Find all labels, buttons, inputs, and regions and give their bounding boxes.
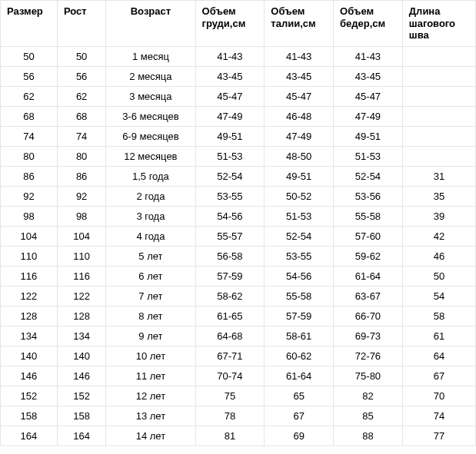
table-cell: 80 (57, 146, 105, 166)
table-row: 1221227 лет58-6255-5863-6754 (1, 286, 476, 306)
table-cell: 51-53 (195, 146, 265, 166)
table-header-row: Размер Рост Возраст Объем груди,см Объем… (1, 1, 476, 47)
table-cell: 55-57 (195, 226, 265, 246)
table-row: 68683-6 месяцев47-4946-4847-49 (1, 106, 476, 126)
table-cell: 85 (334, 406, 403, 426)
table-cell: 58 (402, 306, 475, 326)
table-cell: 61-64 (334, 266, 403, 286)
table-cell (402, 46, 475, 66)
table-cell: 10 лет (106, 346, 195, 366)
table-cell: 58-61 (265, 326, 334, 346)
table-cell: 7 лет (106, 286, 195, 306)
col-header-inseam: Длина шагового шва (402, 1, 475, 47)
table-cell: 92 (57, 186, 105, 206)
table-cell: 67 (402, 366, 475, 386)
table-cell: 6-9 месяцев (106, 126, 195, 146)
table-cell: 65 (265, 386, 334, 406)
table-cell: 31 (402, 166, 475, 186)
table-cell: 122 (1, 286, 58, 306)
table-cell: 75 (195, 386, 265, 406)
table-cell: 56 (1, 66, 58, 86)
table-row: 62623 месяца45-4745-4745-47 (1, 86, 476, 106)
table-cell: 50 (402, 266, 475, 286)
table-row: 1341349 лет64-6858-6169-7361 (1, 326, 476, 346)
col-header-chest: Объем груди,см (195, 1, 265, 47)
table-cell: 55-58 (334, 206, 403, 226)
table-cell: 68 (1, 106, 58, 126)
table-cell: 59-62 (334, 246, 403, 266)
table-cell: 43-45 (334, 66, 403, 86)
table-cell: 86 (57, 166, 105, 186)
table-cell: 50 (57, 46, 105, 66)
table-cell: 49-51 (334, 126, 403, 146)
table-cell: 88 (334, 426, 403, 446)
table-cell: 92 (1, 186, 58, 206)
table-cell: 43-45 (265, 66, 334, 86)
table-cell: 1 месяц (106, 46, 195, 66)
table-cell: 48-50 (265, 146, 334, 166)
table-cell: 9 лет (106, 326, 195, 346)
table-cell: 158 (1, 406, 58, 426)
table-row: 98983 года54-5651-5355-5839 (1, 206, 476, 226)
table-cell: 128 (57, 306, 105, 326)
table-cell: 12 месяцев (106, 146, 195, 166)
table-row: 16416414 лет81698877 (1, 426, 476, 446)
table-body: 50501 месяц41-4341-4341-4356562 месяца43… (1, 46, 476, 446)
table-cell: 52-54 (334, 166, 403, 186)
table-cell: 74 (57, 126, 105, 146)
table-cell: 41-43 (265, 46, 334, 66)
table-cell: 54 (402, 286, 475, 306)
table-cell: 98 (57, 206, 105, 226)
table-cell (402, 126, 475, 146)
table-cell: 152 (1, 386, 58, 406)
table-cell: 50 (1, 46, 58, 66)
table-cell (402, 146, 475, 166)
table-row: 808012 месяцев51-5348-5051-53 (1, 146, 476, 166)
table-cell: 110 (1, 246, 58, 266)
table-cell (402, 66, 475, 86)
table-cell: 75-80 (334, 366, 403, 386)
table-cell: 62 (1, 86, 58, 106)
table-cell: 45-47 (195, 86, 265, 106)
table-cell: 140 (1, 346, 58, 366)
table-cell: 8 лет (106, 306, 195, 326)
table-cell: 57-60 (334, 226, 403, 246)
table-cell: 53-55 (265, 246, 334, 266)
col-header-age: Возраст (106, 1, 195, 47)
table-cell: 134 (57, 326, 105, 346)
table-cell: 74 (402, 406, 475, 426)
table-cell: 57-59 (265, 306, 334, 326)
table-cell: 77 (402, 426, 475, 446)
table-cell: 140 (57, 346, 105, 366)
table-row: 14614611 лет70-7461-6475-8067 (1, 366, 476, 386)
table-cell: 104 (1, 226, 58, 246)
table-cell: 152 (57, 386, 105, 406)
table-cell: 66-70 (334, 306, 403, 326)
table-cell: 104 (57, 226, 105, 246)
table-row: 1041044 года55-5752-5457-6042 (1, 226, 476, 246)
table-cell: 47-49 (195, 106, 265, 126)
table-cell: 146 (57, 366, 105, 386)
table-cell: 2 года (106, 186, 195, 206)
table-cell: 43-45 (195, 66, 265, 86)
table-cell: 5 лет (106, 246, 195, 266)
table-cell: 41-43 (334, 46, 403, 66)
table-cell: 14 лет (106, 426, 195, 446)
table-cell: 78 (195, 406, 265, 426)
table-cell: 54-56 (265, 266, 334, 286)
table-cell: 47-49 (265, 126, 334, 146)
table-row: 92922 года53-5550-5253-5635 (1, 186, 476, 206)
table-cell: 41-43 (195, 46, 265, 66)
table-cell: 52-54 (195, 166, 265, 186)
table-row: 14014010 лет67-7160-6272-7664 (1, 346, 476, 366)
table-cell: 11 лет (106, 366, 195, 386)
table-cell: 62 (57, 86, 105, 106)
table-cell: 56-58 (195, 246, 265, 266)
table-cell: 47-49 (334, 106, 403, 126)
table-row: 1281288 лет61-6557-5966-7058 (1, 306, 476, 326)
table-cell: 116 (1, 266, 58, 286)
table-cell: 61-65 (195, 306, 265, 326)
table-cell: 52-54 (265, 226, 334, 246)
table-row: 1101105 лет56-5853-5559-6246 (1, 246, 476, 266)
table-cell: 56 (57, 66, 105, 86)
